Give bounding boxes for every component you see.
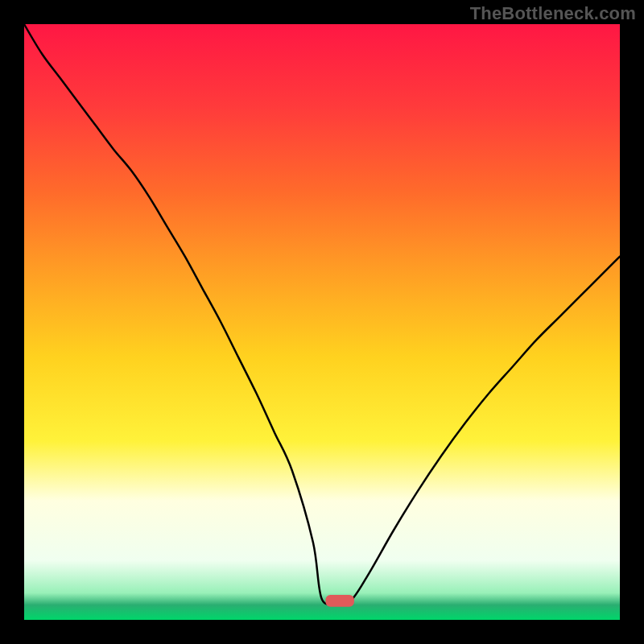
watermark-text: TheBottleneck.com [470, 3, 636, 24]
optimum-marker [325, 595, 354, 607]
plot-background [24, 24, 620, 620]
bottleneck-chart [0, 0, 644, 644]
chart-container: TheBottleneck.com [0, 0, 644, 644]
